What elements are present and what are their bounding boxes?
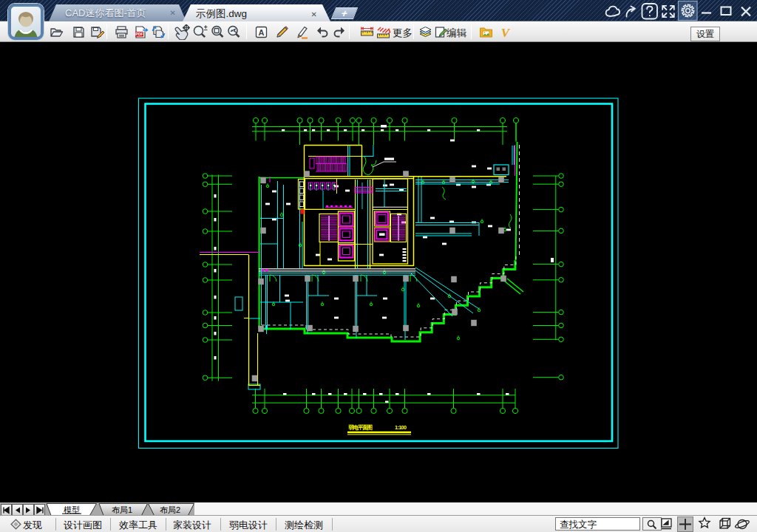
svg-text:布局1: 布局1 <box>112 505 132 514</box>
svg-text:布局2: 布局2 <box>160 505 180 514</box>
svg-text:模型: 模型 <box>64 505 80 514</box>
svg-text:弱电平面图: 弱电平面图 <box>348 424 373 431</box>
svg-text:V: V <box>501 26 511 40</box>
svg-text:1:100: 1:100 <box>395 424 407 431</box>
svg-text:PDF: PDF <box>135 32 143 36</box>
svg-text:A: A <box>259 28 265 37</box>
